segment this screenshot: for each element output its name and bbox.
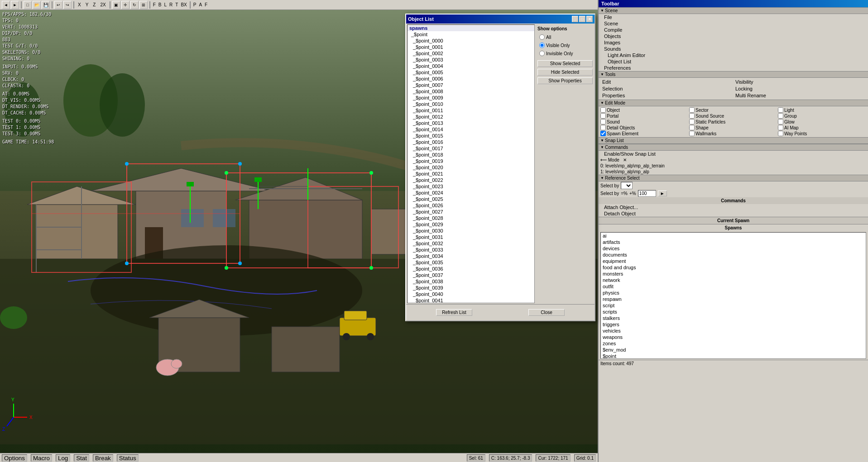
light-mode[interactable]: Light: [778, 107, 866, 113]
hide-selected-btn[interactable]: Hide Selected: [537, 69, 593, 76]
close-dialog-btn[interactable]: ✕: [586, 16, 593, 22]
detail-objects-mode[interactable]: Detail Objects: [600, 125, 689, 130]
properties-tool-item[interactable]: Properties: [600, 92, 733, 99]
sound-source-mode[interactable]: Sound Source: [689, 113, 777, 119]
list-item-0004[interactable]: _$point_0004: [408, 63, 534, 69]
spawn-vehicles[interactable]: vehicles: [601, 328, 866, 334]
commands-section-header[interactable]: Commands: [599, 144, 868, 151]
close-list-btn[interactable]: Close: [528, 309, 565, 316]
sector-mode[interactable]: Sector: [689, 107, 777, 113]
options-btn[interactable]: Options: [2, 454, 27, 462]
toolbar-btn-redo[interactable]: ↪: [63, 1, 72, 9]
portal-mode[interactable]: Portal: [600, 113, 689, 119]
edit-mode-section-header[interactable]: Edit Mode: [599, 100, 868, 106]
list-item-0020[interactable]: _$point_0020: [408, 164, 534, 171]
list-item-0001[interactable]: _$point_0001: [408, 44, 534, 50]
list-item-0030[interactable]: _$point_0030: [408, 228, 534, 234]
edit-tool-item[interactable]: Edit: [600, 79, 733, 85]
object-list-items[interactable]: spawns _$point _$point_0000 _$point_0001…: [407, 24, 535, 303]
spawn-zones[interactable]: zones: [601, 340, 866, 347]
visibility-tool-item[interactable]: Visibility: [734, 79, 866, 85]
images-menu-item[interactable]: Images: [599, 39, 868, 46]
light-anim-menu-item[interactable]: Light Anim Editor: [599, 52, 868, 58]
spawn-env-mod[interactable]: $env_mod: [601, 347, 866, 353]
list-item-0035[interactable]: _$point_0035: [408, 259, 534, 266]
spawn-list[interactable]: ai artifacts devices documents equipment…: [600, 232, 866, 359]
spawn-element-mode[interactable]: Spawn Element: [600, 131, 689, 136]
compile-menu-item[interactable]: Compile: [599, 27, 868, 33]
visible-only-radio[interactable]: [539, 43, 545, 48]
list-item-0025[interactable]: _$point_0025: [408, 196, 534, 202]
selection-tool-item[interactable]: Selection: [600, 86, 733, 92]
list-item-0019[interactable]: _$point_0019: [408, 158, 534, 164]
spawn-documents[interactable]: documents: [601, 252, 866, 258]
shape-mode[interactable]: Shape: [689, 125, 777, 130]
list-item-0029[interactable]: _$point_0029: [408, 221, 534, 228]
list-item-0000[interactable]: _$point_0000: [408, 38, 534, 44]
list-item-0034[interactable]: _$point_0034: [408, 253, 534, 259]
list-item-0031[interactable]: _$point_0031: [408, 234, 534, 240]
spawn-physics[interactable]: physics: [601, 290, 866, 296]
select-by-1-dropdown[interactable]: [621, 182, 633, 189]
spawn-monsters[interactable]: monsters: [601, 271, 866, 277]
toolbar-btn-open[interactable]: 📂: [33, 1, 41, 9]
scene-section-header[interactable]: Scene: [599, 7, 868, 14]
spawn-equipment[interactable]: equipment: [601, 258, 866, 264]
list-item-0005[interactable]: _$point_0005: [408, 69, 534, 76]
list-item-0006[interactable]: _$point_0006: [408, 76, 534, 82]
toolbar-btn-rotate[interactable]: ↻: [130, 1, 139, 9]
reference-select-header[interactable]: Reference Select: [599, 175, 868, 181]
list-item-0032[interactable]: _$point_0032: [408, 240, 534, 247]
log-btn[interactable]: Log: [56, 454, 70, 462]
snap-list-section-header[interactable]: Snap List: [599, 137, 868, 144]
show-properties-btn[interactable]: Show Properties: [537, 77, 593, 84]
list-item-0021[interactable]: _$point_0021: [408, 171, 534, 177]
portal-checkbox[interactable]: [600, 113, 606, 119]
detach-object-item[interactable]: Detach Object: [599, 210, 868, 217]
list-item-0015[interactable]: _$point_0015: [408, 133, 534, 139]
list-item-0013[interactable]: _$point_0013: [408, 120, 534, 126]
spawn-food[interactable]: food and drugs: [601, 264, 866, 271]
multi-rename-tool-item[interactable]: Multi Rename: [734, 92, 866, 99]
list-item-0017[interactable]: _$point_0017: [408, 145, 534, 152]
list-item-0036[interactable]: _$point_0036: [408, 266, 534, 272]
list-item-0028[interactable]: _$point_0028: [408, 215, 534, 221]
spawn-script[interactable]: script: [601, 302, 866, 309]
toolbar-btn-new[interactable]: □: [24, 1, 32, 9]
list-item-0018[interactable]: _$point_0018: [408, 152, 534, 158]
list-item-0039[interactable]: _$point_0039: [408, 285, 534, 291]
list-item-0014[interactable]: _$point_0014: [408, 126, 534, 133]
preferences-menu-item[interactable]: Preferences: [599, 65, 868, 71]
sounds-menu-item[interactable]: Sounds: [599, 46, 868, 52]
shape-checkbox[interactable]: [689, 125, 695, 130]
object-list-menu-item[interactable]: Object List: [599, 58, 868, 65]
way-points-mode[interactable]: Way Points: [778, 131, 866, 136]
list-item-0008[interactable]: _$point_0008: [408, 88, 534, 95]
list-item-0011[interactable]: _$point_0011: [408, 107, 534, 114]
list-item-spawns[interactable]: spawns: [408, 25, 534, 31]
toolbar-btn-scale[interactable]: ⊞: [139, 1, 148, 9]
all-radio[interactable]: [539, 34, 545, 40]
sound-source-checkbox[interactable]: [689, 113, 695, 119]
way-points-checkbox[interactable]: [778, 131, 783, 136]
objects-menu-item[interactable]: Objects: [599, 33, 868, 39]
toolbar-btn-undo[interactable]: ↩: [54, 1, 62, 9]
static-particles-checkbox[interactable]: [689, 119, 695, 124]
spawn-triggers[interactable]: triggers: [601, 321, 866, 328]
list-item-0012[interactable]: _$point_0012: [408, 114, 534, 120]
spawn-network[interactable]: network: [601, 277, 866, 283]
scene-menu-item[interactable]: Scene: [599, 20, 868, 27]
light-checkbox[interactable]: [778, 107, 783, 113]
list-item-0037[interactable]: _$point_0037: [408, 272, 534, 278]
list-item-0016[interactable]: _$point_0016: [408, 139, 534, 145]
list-item-0027[interactable]: _$point_0027: [408, 209, 534, 215]
glow-checkbox[interactable]: [778, 119, 783, 124]
attach-object-item[interactable]: Attach Object...: [599, 204, 868, 210]
list-item-0002[interactable]: _$point_0002: [408, 50, 534, 57]
tools-section-header[interactable]: Tools: [599, 71, 868, 78]
spawn-devices[interactable]: devices: [601, 245, 866, 252]
show-selected-btn[interactable]: Show Selected: [537, 60, 593, 67]
sector-checkbox[interactable]: [689, 107, 695, 113]
list-item-0007[interactable]: _$point_0007: [408, 82, 534, 88]
object-mode[interactable]: Object: [600, 107, 689, 113]
